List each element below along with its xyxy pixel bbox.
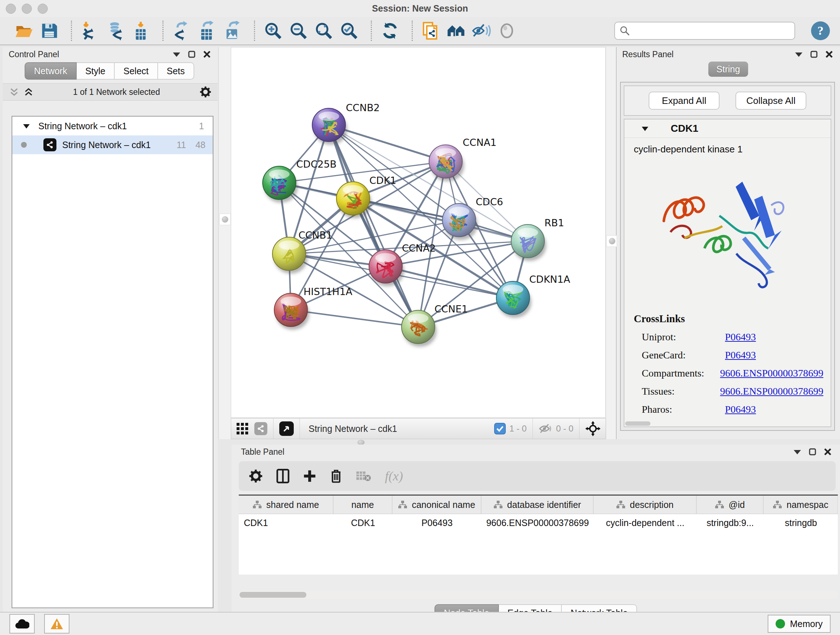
collapse-all-networks-icon[interactable] (24, 87, 33, 97)
expand-all-networks-icon[interactable] (9, 87, 19, 97)
node-RB1[interactable]: RB1 (511, 217, 564, 261)
horizontal-splitter[interactable] (218, 439, 840, 445)
import-network-button[interactable] (79, 20, 101, 42)
help-button[interactable]: ? (811, 21, 830, 40)
table-row[interactable]: CDK1CDK1P064939606.ENSP00000378699cyclin… (239, 514, 838, 532)
network-canvas[interactable]: CCNB2CCNA1CDC25BCDK1CDC6RB1CCNB1CCNA2CDK… (231, 47, 606, 418)
table-cell[interactable]: CDK1 (239, 514, 333, 532)
node-CCNE1[interactable]: CCNE1 (401, 303, 468, 347)
collection-label: String Network – cdk1 (38, 121, 127, 131)
table-gear-icon[interactable] (249, 469, 263, 483)
crosslink-link[interactable]: P06493 (725, 331, 756, 343)
search-input[interactable] (634, 25, 794, 36)
hidden-eye-icon[interactable] (538, 423, 553, 434)
gray-eye-icon (497, 21, 516, 40)
column-header-namespac[interactable]: namespac (764, 496, 838, 514)
column-header-database-identifier[interactable]: database identifier (482, 496, 594, 514)
table-hscroll-thumb[interactable] (240, 592, 306, 598)
float-panel-icon[interactable] (188, 51, 195, 58)
table-cell[interactable]: CDK1 (333, 514, 393, 532)
network-options-gear-icon[interactable] (200, 86, 211, 98)
string-network-graph[interactable]: CCNB2CCNA1CDC25BCDK1CDC6RB1CCNB1CCNA2CDK… (231, 48, 605, 417)
expand-all-button[interactable]: Expand All (649, 92, 720, 110)
show-columns-icon[interactable] (276, 469, 289, 483)
zoom-in-button[interactable] (262, 20, 284, 42)
splitter-grip[interactable] (357, 440, 365, 445)
open-session-button[interactable] (13, 20, 35, 42)
houses-button[interactable] (445, 20, 467, 42)
tab-string-results[interactable]: String (708, 62, 748, 77)
tab-style[interactable]: Style (77, 62, 115, 80)
zoom-fit-button[interactable] (313, 20, 335, 42)
toolbar-search[interactable] (614, 22, 795, 40)
table-cell[interactable]: stringdb (764, 514, 838, 532)
warnings-button[interactable] (44, 614, 69, 633)
gene-section-header[interactable]: CDK1 (624, 119, 831, 138)
close-panel-icon[interactable] (203, 51, 210, 58)
node-HIST1H1A[interactable]: HIST1H1A (274, 286, 353, 330)
table-cell[interactable]: P06493 (393, 514, 482, 532)
network-tree: String Network – cdk1 1 String Network –… (11, 116, 213, 608)
close-panel-icon[interactable] (826, 51, 833, 58)
float-panel-icon[interactable] (810, 51, 818, 58)
import-table-button[interactable] (130, 20, 152, 42)
column-header-description[interactable]: description (594, 496, 697, 514)
collection-expander-icon[interactable] (23, 124, 30, 128)
refresh-button[interactable] (379, 20, 401, 42)
export-network-button[interactable] (171, 20, 193, 42)
splitter-grip[interactable] (219, 214, 231, 225)
panel-menu-icon[interactable] (173, 52, 180, 57)
cloud-status-button[interactable] (9, 614, 35, 633)
zoom-out-button[interactable] (287, 20, 309, 42)
table-cell[interactable]: 9606.ENSP00000378699 (482, 514, 594, 532)
node-CCNA1[interactable]: CCNA1 (429, 137, 497, 181)
network-collection-row[interactable]: String Network – cdk1 1 (12, 117, 213, 135)
section-expander-icon[interactable] (642, 126, 648, 131)
tab-network[interactable]: Network (25, 62, 77, 80)
string-badge-icon[interactable] (254, 422, 267, 435)
column-header-name[interactable]: name (333, 496, 393, 514)
table-cell[interactable]: stringdb:9... (697, 514, 764, 532)
panel-menu-icon[interactable] (794, 449, 801, 454)
crosslink-link[interactable]: 9606.ENSP00000378699 (720, 386, 823, 397)
crosslink-link[interactable]: 9606.ENSP00000378699 (720, 367, 823, 379)
export-image-button[interactable] (221, 20, 243, 42)
memory-button[interactable]: Memory (767, 615, 831, 633)
node-label-HIST1H1A: HIST1H1A (303, 286, 353, 297)
table-hscrollbar[interactable] (239, 591, 838, 599)
float-panel-icon[interactable] (809, 448, 816, 455)
column-label: name (351, 500, 374, 510)
crosslink-link[interactable]: P06493 (725, 349, 756, 361)
grid-view-icon[interactable] (236, 423, 248, 435)
save-session-button[interactable] (38, 20, 60, 42)
tab-select[interactable]: Select (115, 62, 158, 80)
zoom-selected-button[interactable] (338, 20, 360, 42)
close-panel-icon[interactable] (824, 448, 831, 455)
results-hscroll-thumb[interactable] (625, 421, 651, 426)
show-panel-button[interactable] (496, 20, 518, 42)
clone-network-button[interactable] (420, 20, 442, 42)
column-header-canonical-name[interactable]: canonical name (393, 496, 482, 514)
center-view-target-icon[interactable] (585, 421, 600, 436)
panel-menu-icon[interactable] (795, 52, 802, 57)
selected-checkbox-icon[interactable] (494, 423, 506, 434)
function-builder-icon[interactable]: f(x) (385, 469, 403, 484)
node-CDKN1A[interactable]: CDKN1A (496, 274, 570, 318)
add-column-icon[interactable] (303, 470, 316, 483)
birdseye-view-icon[interactable] (279, 421, 294, 436)
import-database-button[interactable] (104, 20, 126, 42)
shared-column-icon (493, 500, 503, 509)
hide-panel-button[interactable] (471, 20, 493, 42)
edge-HIST1H1A-CCNE1[interactable] (291, 310, 418, 327)
table-cell[interactable]: cyclin-dependent ... (594, 514, 697, 532)
export-table-button[interactable] (196, 20, 218, 42)
node-label-CDK1: CDK1 (369, 175, 396, 186)
collapse-all-button[interactable]: Collapse All (736, 92, 806, 110)
delete-table-icon[interactable] (356, 470, 371, 482)
tab-sets[interactable]: Sets (158, 62, 194, 80)
crosslink-link[interactable]: P06493 (725, 404, 756, 415)
network-row-selected[interactable]: String Network – cdk1 11 48 (12, 135, 213, 154)
column-header--id[interactable]: @id (697, 496, 764, 514)
delete-column-icon[interactable] (330, 469, 342, 483)
column-header-shared-name[interactable]: shared name (239, 496, 333, 514)
